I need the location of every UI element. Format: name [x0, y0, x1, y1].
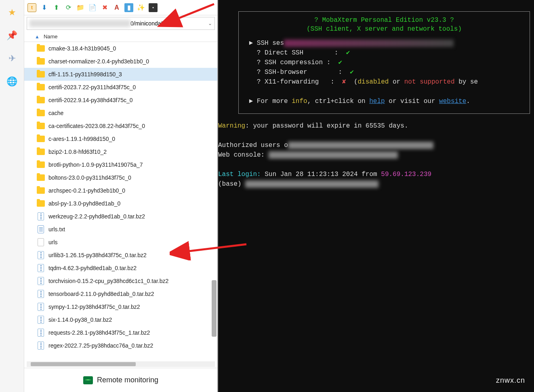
archive-icon — [36, 251, 45, 260]
file-row[interactable]: urls.txt — [24, 223, 217, 236]
file-row[interactable]: certifi-2023.7.22-py311hd43f75c_0 — [24, 81, 217, 94]
footer-label[interactable]: Remote monitoring — [97, 376, 158, 384]
hscroll-thumb[interactable] — [31, 362, 136, 366]
newfolder-icon[interactable]: 📁 — [76, 3, 85, 12]
path-dropdown-caret[interactable]: ⌄ — [208, 21, 212, 26]
folder-icon — [36, 186, 45, 195]
file-row[interactable]: certifi-2022.9.14-py38hd43f75c_0 — [24, 94, 217, 107]
archive-icon — [36, 289, 45, 298]
file-name: ca-certificates-2023.08.22-hd43f75c_0 — [48, 123, 145, 129]
file-row[interactable]: cmake-3.18.4-h31b9045_0 — [24, 42, 217, 55]
terminal-icon[interactable]: ▪ — [149, 3, 158, 12]
file-name: tqdm-4.62.3-pyhd8ed1ab_0.tar.bz2 — [48, 265, 137, 271]
file-name: cmake-3.18.4-h31b9045_0 — [48, 45, 116, 52]
newfile-icon[interactable]: 📄 — [88, 3, 97, 12]
file-row[interactable]: regex-2022.7.25-py38hdacc76a_0.tar.bz2 — [24, 339, 217, 352]
ssh-session-line: ► SSH ses — [245, 38, 523, 48]
horizontal-scrollbar[interactable] — [27, 361, 215, 367]
file-name: requests-2.28.1-py38hd43f75c_1.tar.bz2 — [48, 329, 150, 336]
folder-icon — [36, 173, 45, 182]
file-name: cache — [48, 110, 63, 116]
file-name: brotli-python-1.0.9-py311h419075a_7 — [48, 161, 143, 168]
archive-icon — [36, 302, 45, 311]
vertical-scrollbar[interactable] — [212, 74, 217, 361]
home-icon[interactable]: t — [27, 3, 36, 12]
file-row[interactable]: torchvision-0.15.2-cpu_py38hcd6c1c1_0.ta… — [24, 275, 217, 287]
folder-icon — [36, 147, 45, 156]
file-row[interactable]: bzip2-1.0.8-hfd63f10_2 — [24, 145, 217, 158]
file-row[interactable]: cffi-1.15.1-py311h998d150_3 — [24, 68, 217, 81]
help-link[interactable]: help — [369, 98, 385, 105]
folder-icon — [36, 199, 45, 208]
website-link[interactable]: website — [439, 98, 466, 105]
file-row[interactable]: boltons-23.0.0-py311hd43f75c_0 — [24, 171, 217, 184]
folder-icon — [36, 109, 45, 117]
file-row[interactable]: urllib3-1.26.15-py38hd43f75c_0.tar.bz2 — [24, 249, 217, 262]
file-row[interactable]: cache — [24, 107, 217, 119]
path-hidden — [29, 20, 130, 27]
file-list-header[interactable]: ▲ Name — [24, 31, 217, 42]
download-icon[interactable]: ⬇ — [40, 3, 48, 12]
file-row[interactable]: archspec-0.2.1-pyhd3eb1b0_0 — [24, 184, 217, 197]
globe-icon[interactable]: 🌐 — [6, 75, 19, 88]
file-name: boltons-23.0.0-py311hd43f75c_0 — [48, 174, 131, 181]
file-row[interactable]: requests-2.28.1-py38hd43f75c_1.tar.bz2 — [24, 326, 217, 339]
file-row[interactable]: tensorboard-2.11.0-pyhd8ed1ab_0.tar.bz2 — [24, 287, 217, 300]
file-name: charset-normalizer-2.0.4-pyhd3eb1b0_0 — [48, 58, 149, 65]
file-name: urls — [48, 239, 58, 245]
scrollbar-thumb[interactable] — [212, 280, 217, 337]
send-icon[interactable]: ✈ — [6, 52, 19, 65]
folder-icon — [36, 83, 45, 92]
upload-icon[interactable]: ⬆ — [52, 3, 61, 12]
auth-line: Authorized users o — [218, 140, 534, 150]
file-row[interactable]: tqdm-4.62.3-pyhd8ed1ab_0.tar.bz2 — [24, 262, 217, 275]
file-name: certifi-2023.7.22-py311hd43f75c_0 — [48, 84, 136, 90]
folder-icon — [36, 122, 45, 130]
blank-line — [245, 87, 523, 96]
file-name: archspec-0.2.1-pyhd3eb1b0_0 — [48, 187, 125, 194]
file-name: six-1.14.0-py38_0.tar.bz2 — [48, 317, 112, 323]
app-icon[interactable]: ▮ — [124, 3, 133, 12]
folder-icon — [36, 160, 45, 169]
file-row[interactable]: werkzeug-2.2.2-pyhd8ed1ab_0.tar.bz2 — [24, 210, 217, 223]
archive-icon — [36, 264, 45, 273]
archive-icon — [36, 341, 45, 350]
file-name: tensorboard-2.11.0-pyhd8ed1ab_0.tar.bz2 — [48, 291, 154, 297]
file-icon — [36, 238, 45, 247]
browser-line: ? SSH-browser : ✔ — [245, 67, 523, 77]
file-name: bzip2-1.0.8-hfd63f10_2 — [48, 149, 107, 155]
file-row[interactable]: ca-certificates-2023.08.22-hd43f75c_0 — [24, 119, 217, 132]
star-icon[interactable]: ★ — [6, 6, 19, 19]
file-row[interactable]: charset-normalizer-2.0.4-pyhd3eb1b0_0 — [24, 55, 217, 68]
path-bar[interactable]: 0/miniconda3/pkgs/ ⌄ — [27, 17, 215, 30]
blank-line2 — [218, 131, 534, 140]
file-row[interactable]: brotli-python-1.0.9-py311h419075a_7 — [24, 158, 217, 171]
archive-icon — [36, 328, 45, 337]
more-info-line: ► For more info, ctrl+click on help or v… — [245, 96, 523, 106]
file-row[interactable]: urls — [24, 236, 217, 249]
folder-icon — [36, 44, 45, 53]
terminal-panel[interactable]: ? MobaXterm Personal Edition v23.3 ? (SS… — [218, 0, 534, 392]
footer-bar: Remote monitoring — [24, 368, 217, 392]
folder-icon — [36, 70, 45, 79]
wand-icon[interactable]: ✨ — [137, 3, 145, 12]
folder-icon — [36, 57, 45, 66]
compression-line: ? SSH compression : ✔ — [245, 58, 523, 67]
file-name: werkzeug-2.2.2-pyhd8ed1ab_0.tar.bz2 — [48, 213, 145, 220]
file-row[interactable]: absl-py-1.3.0-pyhd8ed1ab_0 — [24, 197, 217, 210]
pin-icon[interactable]: 📌 — [6, 29, 19, 42]
delete-icon[interactable]: ✖ — [100, 3, 109, 12]
font-icon[interactable]: A — [112, 3, 121, 12]
watermark: znwx.cn — [496, 376, 525, 385]
warning-line: Warning: your password will expire in 65… — [218, 121, 534, 131]
path-text: 0/miniconda3/pkgs/ — [130, 20, 179, 27]
file-name: urllib3-1.26.15-py38hd43f75c_0.tar.bz2 — [48, 252, 147, 258]
refresh-icon[interactable]: ⟳ — [64, 3, 73, 12]
prompt-line: (base) — [218, 179, 534, 189]
file-row[interactable]: six-1.14.0-py38_0.tar.bz2 — [24, 313, 217, 326]
file-row[interactable]: c-ares-1.19.1-h998d150_0 — [24, 132, 217, 145]
file-browser-panel: t ⬇ ⬆ ⟳ 📁 📄 ✖ A ▮ ✨ ▪ 0/miniconda3/pkgs/… — [24, 0, 218, 392]
file-name: certifi-2022.9.14-py38hd43f75c_0 — [48, 97, 133, 103]
file-list[interactable]: cmake-3.18.4-h31b9045_0charset-normalize… — [24, 42, 217, 361]
file-row[interactable]: sympy-1.12-py38hd43f75c_0.tar.bz2 — [24, 300, 217, 313]
